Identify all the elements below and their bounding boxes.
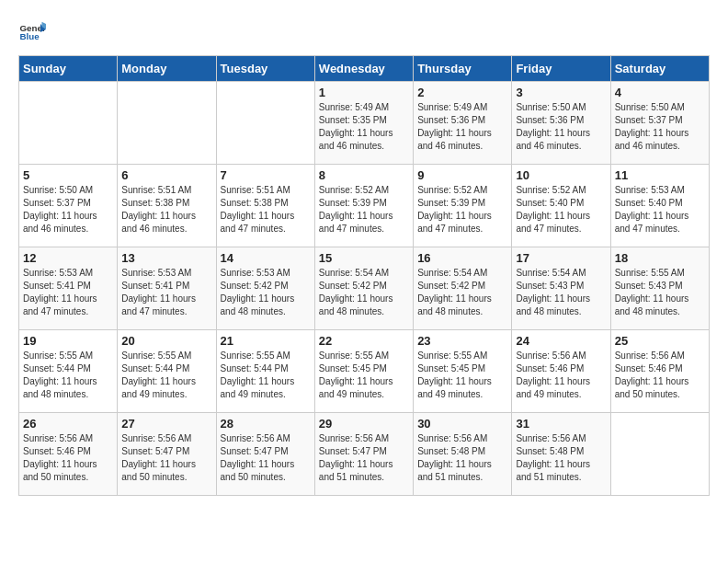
- calendar-cell: 16Sunrise: 5:54 AM Sunset: 5:42 PM Dayli…: [414, 247, 512, 330]
- day-info: Sunrise: 5:55 AM Sunset: 5:43 PM Dayligh…: [615, 267, 705, 318]
- day-info: Sunrise: 5:56 AM Sunset: 5:46 PM Dayligh…: [615, 350, 705, 401]
- day-number: 29: [319, 417, 409, 431]
- header-tuesday: Tuesday: [216, 56, 314, 82]
- day-number: 27: [121, 417, 211, 431]
- calendar-cell: 21Sunrise: 5:55 AM Sunset: 5:44 PM Dayli…: [216, 330, 314, 413]
- calendar-cell: 23Sunrise: 5:55 AM Sunset: 5:45 PM Dayli…: [414, 330, 512, 413]
- day-info: Sunrise: 5:55 AM Sunset: 5:44 PM Dayligh…: [121, 350, 211, 401]
- calendar-cell: 31Sunrise: 5:56 AM Sunset: 5:48 PM Dayli…: [512, 413, 610, 496]
- day-number: 10: [516, 168, 606, 182]
- calendar-cell: [216, 82, 314, 165]
- day-number: 9: [417, 168, 507, 182]
- day-number: 11: [615, 168, 705, 182]
- day-info: Sunrise: 5:53 AM Sunset: 5:42 PM Dayligh…: [221, 267, 311, 318]
- day-number: 22: [319, 334, 409, 348]
- day-number: 16: [417, 251, 507, 265]
- day-info: Sunrise: 5:56 AM Sunset: 5:46 PM Dayligh…: [23, 432, 113, 484]
- calendar-cell: 25Sunrise: 5:56 AM Sunset: 5:46 PM Dayli…: [610, 330, 709, 413]
- calendar-cell: 17Sunrise: 5:54 AM Sunset: 5:43 PM Dayli…: [512, 247, 610, 330]
- day-number: 31: [516, 417, 606, 431]
- calendar-cell: 26Sunrise: 5:56 AM Sunset: 5:46 PM Dayli…: [19, 413, 118, 496]
- day-number: 3: [516, 86, 606, 99]
- day-info: Sunrise: 5:49 AM Sunset: 5:35 PM Dayligh…: [319, 101, 409, 153]
- day-info: Sunrise: 5:53 AM Sunset: 5:41 PM Dayligh…: [23, 267, 113, 318]
- calendar-cell: 14Sunrise: 5:53 AM Sunset: 5:42 PM Dayli…: [216, 247, 314, 330]
- day-number: 26: [23, 417, 113, 431]
- header: General Blue: [18, 18, 710, 46]
- day-info: Sunrise: 5:56 AM Sunset: 5:48 PM Dayligh…: [417, 432, 507, 484]
- day-number: 24: [516, 334, 606, 348]
- day-info: Sunrise: 5:52 AM Sunset: 5:39 PM Dayligh…: [417, 184, 507, 236]
- day-number: 8: [319, 168, 409, 182]
- calendar-cell: 15Sunrise: 5:54 AM Sunset: 5:42 PM Dayli…: [314, 247, 413, 330]
- calendar-week-row: 19Sunrise: 5:55 AM Sunset: 5:44 PM Dayli…: [19, 330, 710, 413]
- day-number: 28: [221, 417, 311, 431]
- day-info: Sunrise: 5:51 AM Sunset: 5:38 PM Dayligh…: [121, 184, 211, 236]
- calendar-cell: 3Sunrise: 5:50 AM Sunset: 5:36 PM Daylig…: [512, 82, 610, 165]
- calendar-cell: 6Sunrise: 5:51 AM Sunset: 5:38 PM Daylig…: [118, 165, 216, 247]
- calendar-cell: 10Sunrise: 5:52 AM Sunset: 5:40 PM Dayli…: [512, 165, 610, 247]
- day-info: Sunrise: 5:55 AM Sunset: 5:45 PM Dayligh…: [417, 350, 507, 401]
- calendar-week-row: 26Sunrise: 5:56 AM Sunset: 5:46 PM Dayli…: [19, 413, 710, 496]
- calendar-cell: 20Sunrise: 5:55 AM Sunset: 5:44 PM Dayli…: [118, 330, 216, 413]
- calendar-cell: [610, 413, 709, 496]
- logo-icon: General Blue: [18, 18, 46, 46]
- day-number: 7: [221, 168, 311, 182]
- calendar-cell: 9Sunrise: 5:52 AM Sunset: 5:39 PM Daylig…: [414, 165, 512, 247]
- calendar-cell: 4Sunrise: 5:50 AM Sunset: 5:37 PM Daylig…: [610, 82, 709, 165]
- day-number: 21: [221, 334, 311, 348]
- day-info: Sunrise: 5:54 AM Sunset: 5:42 PM Dayligh…: [319, 267, 409, 318]
- day-info: Sunrise: 5:56 AM Sunset: 5:47 PM Dayligh…: [121, 432, 211, 484]
- calendar-header-row: SundayMondayTuesdayWednesdayThursdayFrid…: [19, 56, 710, 82]
- calendar-week-row: 5Sunrise: 5:50 AM Sunset: 5:37 PM Daylig…: [19, 165, 710, 247]
- header-thursday: Thursday: [414, 56, 512, 82]
- day-number: 18: [615, 251, 705, 265]
- calendar-cell: [118, 82, 216, 165]
- day-number: 25: [615, 334, 705, 348]
- calendar-cell: 19Sunrise: 5:55 AM Sunset: 5:44 PM Dayli…: [19, 330, 118, 413]
- calendar-cell: 24Sunrise: 5:56 AM Sunset: 5:46 PM Dayli…: [512, 330, 610, 413]
- day-number: 5: [23, 168, 113, 182]
- day-number: 2: [417, 86, 507, 99]
- day-number: 15: [319, 251, 409, 265]
- header-friday: Friday: [512, 56, 610, 82]
- day-number: 30: [417, 417, 507, 431]
- header-monday: Monday: [118, 56, 216, 82]
- calendar-cell: 29Sunrise: 5:56 AM Sunset: 5:47 PM Dayli…: [314, 413, 413, 496]
- calendar-cell: 1Sunrise: 5:49 AM Sunset: 5:35 PM Daylig…: [314, 82, 413, 165]
- calendar-cell: 5Sunrise: 5:50 AM Sunset: 5:37 PM Daylig…: [19, 165, 118, 247]
- day-number: 1: [319, 86, 409, 99]
- calendar-cell: [19, 82, 118, 165]
- header-wednesday: Wednesday: [314, 56, 413, 82]
- day-info: Sunrise: 5:56 AM Sunset: 5:47 PM Dayligh…: [319, 432, 409, 484]
- day-info: Sunrise: 5:55 AM Sunset: 5:44 PM Dayligh…: [23, 350, 113, 401]
- header-saturday: Saturday: [610, 56, 709, 82]
- calendar-cell: 18Sunrise: 5:55 AM Sunset: 5:43 PM Dayli…: [610, 247, 709, 330]
- calendar-cell: 30Sunrise: 5:56 AM Sunset: 5:48 PM Dayli…: [414, 413, 512, 496]
- calendar-cell: 7Sunrise: 5:51 AM Sunset: 5:38 PM Daylig…: [216, 165, 314, 247]
- calendar-cell: 12Sunrise: 5:53 AM Sunset: 5:41 PM Dayli…: [19, 247, 118, 330]
- day-info: Sunrise: 5:53 AM Sunset: 5:40 PM Dayligh…: [615, 184, 705, 236]
- day-info: Sunrise: 5:50 AM Sunset: 5:36 PM Dayligh…: [516, 101, 606, 153]
- day-number: 17: [516, 251, 606, 265]
- calendar-cell: 8Sunrise: 5:52 AM Sunset: 5:39 PM Daylig…: [314, 165, 413, 247]
- calendar-cell: 27Sunrise: 5:56 AM Sunset: 5:47 PM Dayli…: [118, 413, 216, 496]
- day-info: Sunrise: 5:56 AM Sunset: 5:46 PM Dayligh…: [516, 350, 606, 401]
- day-info: Sunrise: 5:50 AM Sunset: 5:37 PM Dayligh…: [23, 184, 113, 236]
- calendar-week-row: 1Sunrise: 5:49 AM Sunset: 5:35 PM Daylig…: [19, 82, 710, 165]
- day-info: Sunrise: 5:56 AM Sunset: 5:48 PM Dayligh…: [516, 432, 606, 484]
- calendar-cell: 13Sunrise: 5:53 AM Sunset: 5:41 PM Dayli…: [118, 247, 216, 330]
- day-info: Sunrise: 5:50 AM Sunset: 5:37 PM Dayligh…: [615, 101, 705, 153]
- logo: General Blue: [18, 18, 46, 46]
- day-info: Sunrise: 5:54 AM Sunset: 5:42 PM Dayligh…: [417, 267, 507, 318]
- day-info: Sunrise: 5:56 AM Sunset: 5:47 PM Dayligh…: [221, 432, 311, 484]
- day-info: Sunrise: 5:55 AM Sunset: 5:45 PM Dayligh…: [319, 350, 409, 401]
- calendar-cell: 2Sunrise: 5:49 AM Sunset: 5:36 PM Daylig…: [414, 82, 512, 165]
- calendar-cell: 28Sunrise: 5:56 AM Sunset: 5:47 PM Dayli…: [216, 413, 314, 496]
- calendar-cell: 11Sunrise: 5:53 AM Sunset: 5:40 PM Dayli…: [610, 165, 709, 247]
- day-info: Sunrise: 5:52 AM Sunset: 5:40 PM Dayligh…: [516, 184, 606, 236]
- day-info: Sunrise: 5:54 AM Sunset: 5:43 PM Dayligh…: [516, 267, 606, 318]
- day-number: 23: [417, 334, 507, 348]
- day-number: 20: [121, 334, 211, 348]
- day-info: Sunrise: 5:52 AM Sunset: 5:39 PM Dayligh…: [319, 184, 409, 236]
